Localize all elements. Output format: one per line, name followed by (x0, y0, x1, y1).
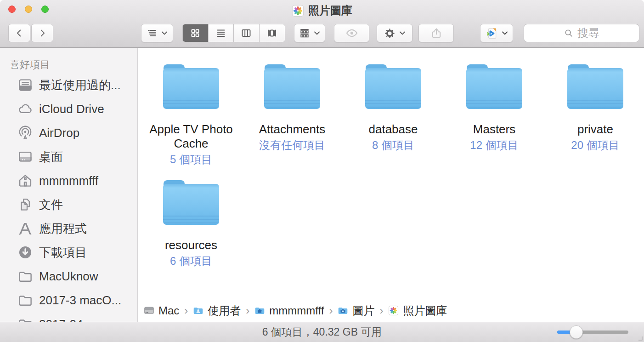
sidebar-item-icloud-drive[interactable]: iCloud Drive (0, 97, 137, 121)
home-folder-icon (254, 305, 265, 316)
folder-item[interactable]: Apple TV Photo Cache 5 個項目 (141, 64, 242, 180)
tab-column-view[interactable] (234, 24, 260, 42)
documents-icon (17, 197, 33, 212)
home-icon (17, 173, 33, 188)
folder-item[interactable]: private 20 個項目 (545, 64, 644, 180)
folder-item[interactable]: resources 6 個項目 (141, 180, 242, 296)
default-folder-app-icon (486, 27, 498, 40)
folder-icon (163, 64, 219, 109)
search-placeholder: 搜尋 (577, 26, 599, 40)
sidebar-item-label: 文件 (39, 197, 63, 213)
status-text: 6 個項目，40.32 GB 可用 (0, 325, 644, 339)
folder-name: Masters (473, 122, 515, 137)
search-input[interactable]: 搜尋 (524, 24, 639, 42)
cloud-icon (17, 101, 33, 117)
folder-icon (163, 180, 219, 225)
folder-name: Apple TV Photo Cache (142, 122, 240, 151)
users-folder-icon (193, 305, 203, 316)
resize-grip-icon[interactable] (638, 336, 643, 341)
forward-chevron-icon (37, 28, 47, 38)
folder-item-count: 6 個項目 (170, 254, 212, 268)
tab-list-view[interactable] (209, 24, 234, 42)
sidebar-item-recents[interactable]: 最近使用過的... (0, 73, 137, 97)
folder-icon (264, 64, 320, 109)
share-button[interactable] (418, 24, 454, 42)
sidebar-item-label: AirDrop (39, 126, 79, 140)
back-chevron-icon (14, 28, 24, 38)
folder-item-count: 8 個項目 (372, 138, 414, 153)
path-item-label: 使用者 (208, 303, 241, 318)
folder-item-count: 沒有任何項目 (259, 138, 325, 153)
sidebar-item-documents[interactable]: 文件 (0, 193, 137, 217)
folder-icon (17, 316, 33, 322)
folder-name: private (577, 122, 613, 137)
applications-icon (17, 221, 33, 236)
sidebar-section-header: 喜好項目 (0, 58, 137, 72)
folder-item[interactable]: database 8 個項目 (343, 64, 444, 180)
sidebar-item-2017-3-maco[interactable]: 2017-3 macO... (0, 288, 137, 312)
folder-contents[interactable]: Apple TV Photo Cache 5 個項目 Attachments 沒… (138, 48, 644, 299)
folder-icon (365, 64, 421, 109)
chevron-down-icon (161, 31, 168, 35)
column-view-icon (241, 28, 252, 39)
airdrop-icon (17, 125, 33, 141)
path-separator: › (329, 304, 333, 317)
default-folder-button[interactable] (480, 24, 513, 42)
sidebar-item-label: 下載項目 (39, 245, 87, 261)
share-icon (430, 27, 442, 39)
arrangement-list-icon (147, 28, 158, 39)
icon-size-slider[interactable] (557, 331, 628, 334)
path-item-users[interactable]: 使用者 (193, 303, 241, 318)
list-view-icon (215, 28, 226, 39)
folder-name: Attachments (259, 122, 326, 137)
window-body: 喜好項目 最近使用過的... iCloud Drive (0, 48, 644, 322)
path-separator: › (246, 304, 249, 317)
folder-item[interactable]: Attachments 沒有任何項目 (242, 64, 343, 180)
slider-knob[interactable] (570, 325, 583, 339)
sidebar-item-home[interactable]: mmmmmfff (0, 169, 137, 193)
icon-grid: Apple TV Photo Cache 5 個項目 Attachments 沒… (141, 64, 644, 296)
folder-item-count: 20 個項目 (571, 138, 619, 153)
path-item-pictures[interactable]: 圖片 (338, 303, 374, 318)
group-button[interactable] (294, 24, 325, 42)
path-item-label: 照片圖庫 (403, 303, 447, 318)
folder-name: database (369, 122, 418, 137)
pictures-folder-icon (338, 305, 348, 316)
sidebar: 喜好項目 最近使用過的... iCloud Drive (0, 48, 138, 322)
sidebar-item-desktop[interactable]: 桌面 (0, 145, 137, 169)
tab-coverflow-view[interactable] (260, 24, 285, 42)
folder-item[interactable]: Masters 12 個項目 (444, 64, 545, 180)
sidebar-list: 最近使用過的... iCloud Drive AirDrop (0, 73, 137, 322)
window-chrome: 照片圖庫 (0, 0, 644, 48)
chevron-down-icon (399, 31, 406, 35)
chevron-down-icon (314, 31, 320, 35)
sidebar-item-applications[interactable]: 應用程式 (0, 217, 137, 240)
sidebar-item-downloads[interactable]: 下載項目 (0, 240, 137, 264)
sidebar-item-airdrop[interactable]: AirDrop (0, 121, 137, 145)
forward-button[interactable] (31, 24, 53, 42)
path-item-photos-library[interactable]: 照片圖庫 (388, 303, 447, 318)
path-item-label: 圖片 (352, 303, 374, 318)
sidebar-item-label: 2017-3 macO... (39, 293, 121, 308)
desktop-icon (17, 149, 33, 165)
tab-icon-view[interactable] (183, 24, 209, 42)
quick-look-button[interactable] (334, 24, 369, 42)
chevron-down-icon (502, 31, 508, 35)
sidebar-item-clipped[interactable]: 2017-04... (0, 312, 137, 322)
path-separator: › (184, 304, 188, 317)
folder-icon (17, 268, 33, 284)
titlebar: 照片圖庫 (0, 4, 644, 17)
gear-icon (384, 28, 395, 39)
path-item-mac[interactable]: Mac (144, 304, 179, 317)
item-arrangement-button[interactable] (141, 24, 173, 42)
coverflow-view-icon (266, 28, 277, 39)
photos-library-icon (388, 305, 399, 316)
back-button[interactable] (8, 24, 30, 42)
path-item-label: mmmmmfff (269, 304, 324, 317)
folder-name: resources (165, 238, 217, 252)
path-item-home[interactable]: mmmmmfff (254, 304, 324, 317)
action-button[interactable] (377, 24, 412, 42)
recents-icon (17, 77, 33, 93)
finder-window: 照片圖庫 (0, 0, 644, 342)
sidebar-item-macuknow[interactable]: MacUknow (0, 264, 137, 288)
